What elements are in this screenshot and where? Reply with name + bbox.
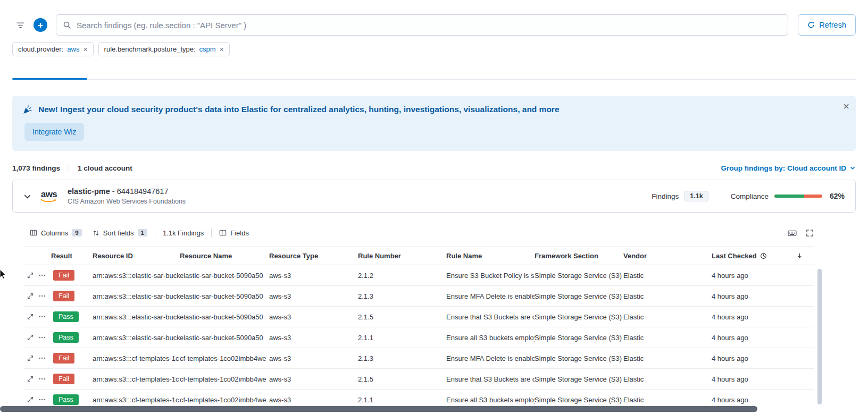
row-actions-icon[interactable] — [38, 354, 46, 362]
last-checked-cell: 4 hours ago — [712, 354, 814, 362]
rule-name-cell: Ensure MFA Delete is enablec — [446, 292, 535, 300]
framework-section-cell: Simple Storage Service (S3) — [535, 396, 623, 404]
fields-label: Fields — [230, 229, 249, 237]
compliance-percent: 62% — [830, 192, 845, 200]
sort-fields-label: Sort fields — [103, 229, 134, 237]
resource-id-cell: arn:aws:s3:::cf-templates-1c — [93, 396, 180, 404]
resource-name-cell: elastic-sar-bucket-5090a50 — [180, 292, 269, 300]
findings-total: 1,073 findings — [12, 164, 60, 172]
row-actions-icon[interactable] — [38, 272, 46, 279]
toolbar-divider — [155, 229, 155, 237]
resource-id-cell: arn:aws:s3:::elastic-sar-buck — [93, 334, 180, 342]
row-actions-icon[interactable] — [38, 396, 46, 403]
filter-pill[interactable]: rule.benchmark.posture_type: cspm × — [98, 42, 230, 56]
result-badge: Pass — [53, 394, 79, 405]
resource-type-cell: aws-s3 — [269, 396, 358, 404]
resource-type-cell: aws-s3 — [269, 334, 358, 342]
clock-icon — [760, 252, 767, 259]
framework-section-cell: Simple Storage Service (S3) — [535, 354, 623, 362]
fullscreen-icon[interactable] — [806, 229, 814, 237]
column-header-vendor[interactable]: Vendor — [623, 252, 712, 260]
banner-close-icon[interactable]: × — [843, 101, 849, 112]
vendor-cell: Elastic — [623, 292, 712, 300]
vertical-scrollbar[interactable] — [817, 269, 822, 404]
remove-filter-icon[interactable]: × — [83, 46, 87, 53]
resource-id-cell: arn:aws:s3:::elastic-sar-buck — [93, 292, 180, 300]
filter-pills: cloud.provider: aws × rule.benchmark.pos… — [12, 42, 856, 56]
vendor-cell: Elastic — [623, 396, 712, 404]
sort-fields-button[interactable]: Sort fields 1 — [93, 229, 147, 237]
account-separator: - — [110, 187, 117, 196]
table-row: Fail arn:aws:s3:::cf-templates-1c cf-tem… — [23, 369, 814, 390]
column-header-rule-number[interactable]: Rule Number — [358, 252, 446, 260]
refresh-icon — [807, 21, 815, 29]
aws-swoosh — [40, 199, 57, 203]
expand-row-icon[interactable] — [27, 272, 34, 278]
column-header-framework-section[interactable]: Framework Section — [535, 252, 623, 260]
table-row: Pass arn:aws:s3:::elastic-sar-buck elast… — [23, 327, 814, 348]
row-actions-icon[interactable] — [38, 292, 46, 300]
columns-button[interactable]: Columns 9 — [30, 229, 82, 237]
fields-button[interactable]: Fields — [219, 229, 249, 237]
search-input[interactable] — [77, 21, 781, 30]
row-actions-icon[interactable] — [38, 313, 46, 320]
last-checked-cell: 4 hours ago — [712, 375, 814, 383]
integrate-wiz-button[interactable]: Integrate Wiz — [24, 123, 84, 141]
aws-logo: aws — [40, 190, 57, 203]
keyboard-shortcuts-icon[interactable] — [788, 229, 797, 238]
expand-row-icon[interactable] — [27, 314, 34, 320]
row-actions-icon[interactable] — [38, 334, 46, 341]
accordion-chevron-icon[interactable] — [23, 192, 31, 200]
filter-pill[interactable]: cloud.provider: aws × — [12, 42, 94, 56]
column-header-resource-name[interactable]: Resource Name — [180, 252, 269, 260]
grid-icon — [30, 229, 37, 236]
horizontal-scrollbar[interactable] — [0, 406, 757, 412]
rule-number-cell: 2.1.3 — [358, 354, 446, 362]
findings-label: Findings — [652, 192, 679, 200]
table-row: Fail arn:aws:s3:::elastic-sar-buck elast… — [23, 286, 814, 307]
rule-name-cell: Ensure S3 Bucket Policy is se — [446, 272, 535, 280]
filter-button[interactable] — [12, 17, 28, 33]
expand-row-icon[interactable] — [27, 396, 34, 403]
expand-row-icon[interactable] — [27, 293, 34, 299]
vendor-cell: Elastic — [623, 313, 712, 321]
stats-divider — [69, 164, 69, 172]
last-checked-cell: 4 hours ago — [712, 396, 814, 404]
sort-count-badge: 1 — [138, 229, 147, 236]
column-header-rule-name[interactable]: Rule Name — [446, 252, 535, 260]
column-header-last-checked[interactable]: Last Checked — [712, 252, 814, 260]
resource-name-cell: elastic-sar-bucket-5090a50 — [180, 313, 269, 321]
resource-id-cell: arn:aws:s3:::cf-templates-1c — [93, 375, 180, 383]
last-checked-cell: 4 hours ago — [712, 292, 814, 300]
account-id: 644184947617 — [117, 187, 169, 196]
expand-row-icon[interactable] — [27, 355, 34, 361]
refresh-button[interactable]: Refresh — [798, 14, 856, 36]
result-badge: Pass — [53, 311, 79, 322]
resource-type-cell: aws-s3 — [269, 313, 358, 321]
aws-logo-text: aws — [41, 190, 57, 199]
framework-section-cell: Simple Storage Service (S3) — [535, 375, 623, 383]
column-header-resource-id[interactable]: Resource ID — [93, 252, 180, 260]
result-badge: Fail — [53, 353, 74, 364]
resource-name-cell: cf-templates-1co02imbb4we — [180, 396, 269, 404]
expand-row-icon[interactable] — [27, 376, 34, 382]
add-filter-button[interactable]: + — [34, 18, 47, 32]
expand-row-icon[interactable] — [27, 334, 34, 341]
remove-filter-icon[interactable]: × — [220, 46, 224, 53]
column-header-result[interactable]: Result — [49, 252, 93, 260]
table-row: Pass arn:aws:s3:::elastic-sar-buck elast… — [23, 307, 814, 327]
row-actions-icon[interactable] — [38, 375, 46, 383]
rule-name-cell: Ensure MFA Delete is enablec — [446, 354, 535, 362]
active-tab[interactable] — [12, 68, 87, 80]
group-by-label: Group findings by: Cloud account ID — [721, 164, 847, 172]
last-checked-cell: 4 hours ago — [712, 272, 814, 280]
vendor-cell: Elastic — [623, 375, 712, 383]
findings-count-label: 1.1k Findings — [163, 229, 204, 237]
rule-number-cell: 2.1.5 — [358, 375, 446, 383]
rule-name-cell: Ensure that S3 Buckets are c — [446, 313, 535, 321]
columns-count-badge: 9 — [72, 229, 81, 236]
sort-descending-icon[interactable] — [796, 252, 803, 259]
account-accordion: aws elastic-pme - 644184947617 CIS Amazo… — [12, 180, 856, 213]
column-header-resource-type[interactable]: Resource Type — [269, 252, 358, 260]
group-findings-by[interactable]: Group findings by: Cloud account ID — [721, 164, 856, 172]
